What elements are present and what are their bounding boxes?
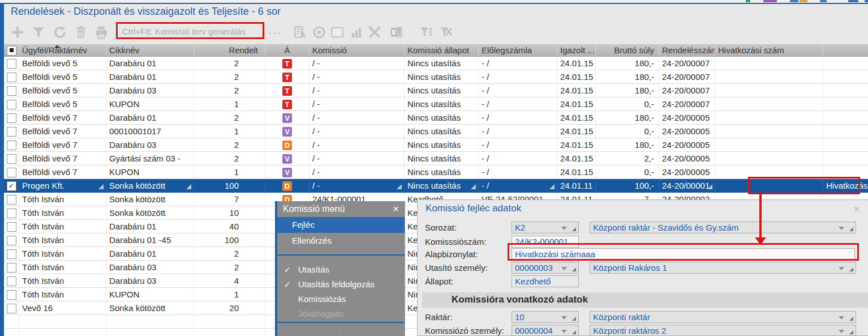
cell-cikknev[interactable]: Darabáru 01 -45: [106, 233, 194, 247]
row-checkbox-cell[interactable]: ✓: [4, 179, 19, 193]
cell-igazolt[interactable]: 24.01.15: [557, 57, 596, 70]
cell-eloleg[interactable]: - /: [479, 165, 557, 179]
row-checkbox-cell[interactable]: [4, 57, 19, 70]
column-header[interactable]: Ügyfél/Raktárnév: [19, 44, 106, 57]
cell-allapot[interactable]: Nincs utasítás: [405, 179, 479, 193]
cell-hivatkozas_a[interactable]: [715, 57, 823, 70]
chevron-down-icon[interactable]: [561, 267, 567, 270]
cell-komissio[interactable]: / -: [310, 179, 405, 193]
cell-igazolt[interactable]: 24.01.15: [557, 152, 596, 165]
cell-brutto[interactable]: 180,-: [596, 138, 659, 152]
cell-hivatkozas_b[interactable]: [823, 84, 868, 97]
cell-rendeles[interactable]: 24-20/00007: [659, 70, 715, 84]
cell-hivatkozas_b[interactable]: [823, 97, 868, 111]
column-header[interactable]: [823, 44, 868, 57]
filter-icon[interactable]: [31, 25, 46, 40]
print-icon[interactable]: [94, 25, 109, 40]
cell-cikknev[interactable]: KUPON: [106, 165, 194, 179]
cell-rendeles[interactable]: 24-20/00005: [659, 125, 715, 138]
cell-hivatkozas_a[interactable]: [715, 84, 823, 97]
row-checkbox[interactable]: [7, 168, 16, 177]
combo-grip-icon[interactable]: [849, 317, 853, 321]
cell-allapot[interactable]: Nincs utasítás: [405, 125, 479, 138]
cell-allapot[interactable]: Nincs utasítás: [405, 152, 479, 165]
row-checkbox-cell[interactable]: [4, 125, 19, 138]
table-row[interactable]: Belföldi vevő 7Darabáru 012V/ -Nincs uta…: [4, 111, 868, 125]
cell-ugyfel[interactable]: Tóth István: [19, 261, 106, 274]
cell-rendelt[interactable]: 4: [194, 274, 265, 288]
row-checkbox[interactable]: [7, 277, 16, 286]
cell-ugyfel[interactable]: Belföldi vevő 5: [19, 97, 106, 111]
cell-igazolt[interactable]: 24.01.11: [557, 179, 596, 193]
add-icon[interactable]: [10, 25, 25, 40]
utasito-code-combo[interactable]: 00000003: [512, 262, 579, 274]
row-checkbox[interactable]: [7, 290, 16, 300]
cell-rendelt[interactable]: 2: [194, 70, 265, 84]
cell-brutto[interactable]: 180,-: [596, 111, 659, 125]
cell-a[interactable]: T: [265, 57, 310, 70]
table-row[interactable]: Belföldi vevő 5KUPON1T/ -Nincs utasítás-…: [4, 97, 868, 111]
cell-ugyfel[interactable]: Belföldi vevő 5: [19, 57, 106, 70]
column-header[interactable]: Á: [265, 44, 310, 57]
table-row[interactable]: ✓Progen Kft.Sonka kötözött100D/ -Nincs u…: [4, 179, 868, 193]
sorozat-name-combo[interactable]: Központi raktár - Szavidős és Gy.szám: [590, 222, 856, 233]
row-checkbox-cell[interactable]: [4, 301, 19, 315]
cell-cikknev[interactable]: Darabáru 03: [106, 274, 194, 288]
cell-rendeles[interactable]: 24-20/00007: [659, 97, 715, 111]
cell-cikknev[interactable]: Darabáru 01: [106, 57, 194, 70]
table-row[interactable]: Belföldi vevő 5Darabáru 012T/ -Nincs uta…: [4, 70, 868, 84]
combo-grip-icon[interactable]: [572, 330, 576, 334]
cell-a[interactable]: T: [265, 84, 310, 97]
cell-brutto[interactable]: 180,-: [596, 70, 659, 84]
row-checkbox[interactable]: [7, 141, 16, 150]
form-icon[interactable]: [293, 25, 307, 40]
cell-ugyfel[interactable]: Progen Kft.: [19, 179, 106, 193]
chevron-down-icon[interactable]: [561, 330, 567, 333]
combo-grip-icon[interactable]: [572, 317, 576, 321]
column-header[interactable]: Igazolt ...: [557, 44, 596, 57]
cell-allapot[interactable]: Nincs utasítás: [405, 84, 479, 97]
column-header[interactable]: Hivatkozási szám: [715, 44, 823, 57]
menu-item-komissi-z-s[interactable]: Komissiózás: [277, 292, 405, 307]
row-checkbox-cell[interactable]: [4, 233, 19, 247]
cell-rendelt[interactable]: 2: [194, 152, 265, 165]
menu-item-utas-t-s-feldolgoz-s[interactable]: ✓Utasítás feldolgozás: [277, 277, 405, 292]
row-checkbox-cell[interactable]: [4, 274, 19, 288]
cell-eloleg[interactable]: - /: [479, 57, 557, 70]
cell-cikknev[interactable]: Darabáru 01: [106, 70, 194, 84]
cell-cikknev[interactable]: Darabáru 01: [106, 220, 194, 233]
cell-hivatkozas_b[interactable]: [823, 152, 868, 165]
row-checkbox-cell[interactable]: [4, 288, 19, 301]
cell-ugyfel[interactable]: Tóth István: [19, 193, 106, 206]
cell-rendelt[interactable]: 2: [194, 111, 265, 125]
row-checkbox[interactable]: [7, 236, 16, 245]
cell-hivatkozas_b[interactable]: [823, 111, 868, 125]
column-header[interactable]: Komissió állapot: [405, 44, 479, 57]
row-checkbox[interactable]: [7, 154, 16, 164]
cell-eloleg[interactable]: - /: [479, 70, 557, 84]
cell-allapot[interactable]: Nincs utasítás: [405, 57, 479, 70]
cell-hivatkozas_a[interactable]: [715, 152, 823, 165]
chevron-down-icon[interactable]: [839, 227, 844, 230]
row-checkbox[interactable]: [7, 209, 16, 218]
cell-rendeles[interactable]: 24-20/00007: [659, 84, 715, 97]
row-checkbox-cell[interactable]: [4, 111, 19, 125]
cell-rendelt[interactable]: 7: [194, 193, 265, 206]
cell-allapot[interactable]: Nincs utasítás: [405, 70, 479, 84]
table-row[interactable]: Belföldi vevő 7Darabáru 032D/ -Nincs uta…: [4, 138, 868, 152]
raktar-code-combo[interactable]: 10: [512, 311, 579, 323]
cell-rendelt[interactable]: 20: [194, 301, 265, 315]
row-checkbox-cell[interactable]: [4, 193, 19, 206]
column-header[interactable]: Rendelt: [194, 44, 265, 57]
cell-igazolt[interactable]: 24.01.15: [557, 70, 596, 84]
close-icon[interactable]: ×: [853, 202, 860, 216]
cell-ugyfel[interactable]: Belföldi vevő 5: [19, 84, 106, 97]
cell-hivatkozas_a[interactable]: [715, 125, 823, 138]
cell-igazolt[interactable]: 24.01.15: [557, 111, 596, 125]
row-checkbox-cell[interactable]: [4, 220, 19, 233]
cell-rendelt[interactable]: 1: [194, 288, 265, 301]
chart-icon[interactable]: [349, 25, 364, 40]
row-checkbox[interactable]: [7, 304, 16, 313]
cell-igazolt[interactable]: 24.01.15: [557, 125, 596, 138]
column-header[interactable]: Cikknév: [106, 44, 194, 57]
